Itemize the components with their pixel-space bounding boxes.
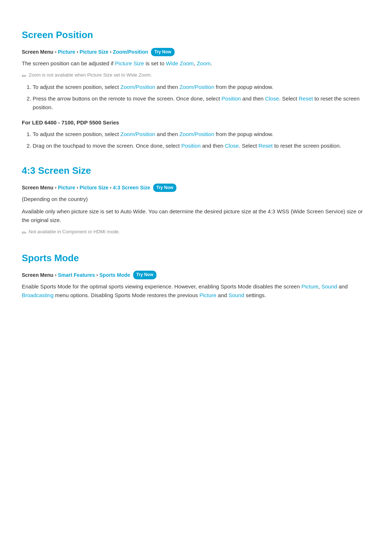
led-step2-reset-link[interactable]: Reset (258, 143, 273, 149)
led-step2-close-link[interactable]: Close (225, 143, 239, 149)
43-breadcrumb-43-screen-size[interactable]: 4:3 Screen Size (113, 184, 150, 192)
sports-breadcrumb-arrow-2: › (96, 271, 98, 279)
sports-breadcrumb-arrow-1: › (55, 271, 56, 279)
43-subtitle: (Depending on the country) (22, 195, 370, 204)
intro-picture-size-link[interactable]: Picture Size (115, 60, 144, 66)
breadcrumb-picture-size[interactable]: Picture Size (79, 48, 108, 56)
intro-wide-zoom-link[interactable]: Wide Zoom (166, 60, 194, 66)
screen-position-steps: To adjust the screen position, select Zo… (33, 83, 370, 112)
sports-breadcrumb-smart-features[interactable]: Smart Features (58, 271, 95, 279)
try-now-badge-2[interactable]: Try Now (153, 184, 177, 192)
43-screen-size-title: 4:3 Screen Size (22, 163, 370, 178)
43-body: Available only when picture size is set … (22, 207, 370, 225)
screen-position-intro: The screen position can be adjusted if P… (22, 59, 370, 68)
breadcrumb-arrow-1: › (55, 48, 56, 56)
step2-position-link[interactable]: Position (221, 95, 241, 102)
note-icon-1: ✏ (22, 71, 26, 81)
sports-breadcrumb-screen-menu: Screen Menu (22, 271, 53, 279)
breadcrumb-screen-menu: Screen Menu (22, 48, 53, 56)
zoom-note: ✏ Zoom is not available when Picture Siz… (22, 71, 370, 81)
led-step1-zoom-position-1[interactable]: Zoom/Position (121, 131, 155, 137)
step1-zoom-position-2[interactable]: Zoom/Position (179, 84, 214, 90)
sports-picture-link-2[interactable]: Picture (199, 292, 216, 298)
step-1: To adjust the screen position, select Zo… (33, 83, 370, 91)
sports-mode-section: Sports Mode Screen Menu › Smart Features… (22, 251, 370, 300)
step2-close-link[interactable]: Close (265, 95, 279, 102)
try-now-badge-3[interactable]: Try Now (133, 271, 157, 279)
screen-position-breadcrumb: Screen Menu › Picture › Picture Size › Z… (22, 48, 370, 56)
43-breadcrumb-arrow-2: › (77, 184, 78, 192)
led-step-2: Drag on the touchpad to move the screen.… (33, 141, 370, 150)
screen-position-title: Screen Position (22, 28, 370, 43)
43-breadcrumb-picture[interactable]: Picture (58, 184, 75, 192)
breadcrumb-arrow-3: › (110, 48, 111, 56)
sports-mode-title: Sports Mode (22, 251, 370, 266)
sports-picture-link[interactable]: Picture (301, 283, 318, 290)
led-subsection-steps: To adjust the screen position, select Zo… (33, 130, 370, 150)
43-breadcrumb-arrow-3: › (110, 184, 111, 192)
breadcrumb-arrow-2: › (77, 48, 78, 56)
43-breadcrumb-arrow-1: › (55, 184, 56, 192)
sports-broadcasting-link[interactable]: Broadcasting (22, 292, 54, 298)
step-2: Press the arrow buttons on the remote to… (33, 94, 370, 112)
sports-mode-breadcrumb: Screen Menu › Smart Features › Sports Mo… (22, 271, 370, 279)
43-note-text: Not available in Component or HDMI mode. (29, 228, 120, 236)
43-note: ✏ Not available in Component or HDMI mod… (22, 228, 370, 238)
led-step-1: To adjust the screen position, select Zo… (33, 130, 370, 139)
led-subsection-title: For LED 6400 - 7100, PDP 5500 Series (22, 118, 370, 127)
breadcrumb-picture[interactable]: Picture (58, 48, 75, 56)
sports-sound-link-2[interactable]: Sound (229, 292, 244, 298)
sports-sound-link[interactable]: Sound (321, 283, 337, 290)
led-step1-zoom-position-2[interactable]: Zoom/Position (179, 131, 214, 137)
screen-position-section: Screen Position Screen Menu › Picture › … (22, 28, 370, 150)
note-icon-2: ✏ (22, 228, 26, 238)
sports-mode-body: Enable Sports Mode for the optimal sport… (22, 282, 370, 300)
step1-zoom-position-1[interactable]: Zoom/Position (121, 84, 155, 90)
43-breadcrumb-picture-size[interactable]: Picture Size (79, 184, 108, 192)
43-breadcrumb-screen-menu: Screen Menu (22, 184, 53, 192)
breadcrumb-zoom-position[interactable]: Zoom/Position (113, 48, 148, 56)
led-step2-position-link[interactable]: Position (181, 143, 200, 149)
step2-reset-link[interactable]: Reset (299, 95, 313, 102)
intro-zoom-link[interactable]: Zoom (197, 60, 211, 66)
43-screen-size-breadcrumb: Screen Menu › Picture › Picture Size › 4… (22, 184, 370, 192)
try-now-badge-1[interactable]: Try Now (151, 48, 175, 56)
43-screen-size-section: 4:3 Screen Size Screen Menu › Picture › … (22, 163, 370, 237)
sports-breadcrumb-sports-mode[interactable]: Sports Mode (99, 271, 130, 279)
zoom-note-text: Zoom is not available when Picture Size … (29, 71, 152, 79)
